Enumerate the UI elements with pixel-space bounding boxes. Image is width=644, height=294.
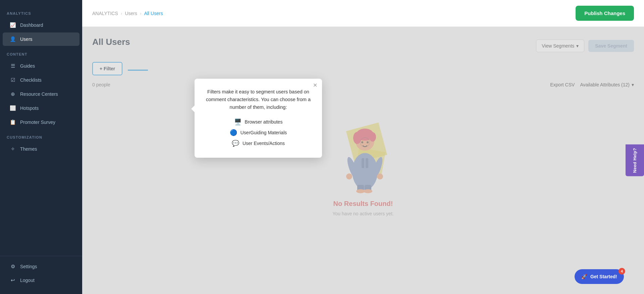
sidebar-item-label: Hotspots: [20, 105, 39, 111]
get-started-badge: 4: [619, 268, 625, 275]
sidebar-item-label: Resource Centers: [20, 91, 58, 97]
hotspots-icon: ⬜: [9, 105, 16, 111]
sidebar-item-logout[interactable]: ↩ Logout: [3, 274, 79, 287]
sidebar-item-resource-centers[interactable]: ⊕ Resource Centers: [3, 87, 79, 101]
promoter-survey-icon: 📋: [9, 119, 16, 125]
userguiding-icon: 🔵: [230, 129, 237, 136]
resource-centers-icon: ⊕: [9, 91, 16, 97]
sidebar-item-settings[interactable]: ⚙ Settings: [3, 260, 79, 273]
tooltip-item-browser: 🖥️ Browser attributes: [234, 118, 283, 126]
filter-tooltip-popup: ✕ Filters make it easy to segment users …: [195, 79, 322, 158]
get-started-label: Get Started!: [590, 274, 617, 279]
need-help-button[interactable]: Need Help?: [626, 145, 644, 176]
sidebar-item-label: Logout: [20, 278, 35, 283]
sidebar-analytics-label: ANALYTICS: [0, 7, 82, 18]
tooltip-item-events: 💬 User Events/Actions: [232, 140, 285, 147]
sidebar-item-checklists[interactable]: ☑ Checklists: [3, 73, 79, 87]
header: ANALYTICS › Users › All Users Publish Ch…: [82, 0, 644, 27]
tooltip-item-userguiding: 🔵 UserGuiding Materials: [230, 129, 287, 136]
dashboard-icon: 📈: [9, 22, 16, 28]
checklists-icon: ☑: [9, 77, 16, 83]
sidebar-customization-label: CUSTOMIZATION: [0, 129, 82, 142]
sidebar-item-guides[interactable]: ☰ Guides: [3, 59, 79, 73]
rocket-icon: 🚀: [581, 274, 587, 279]
logout-icon: ↩: [9, 277, 16, 283]
need-help-label: Need Help?: [632, 148, 637, 173]
sidebar-item-dashboard[interactable]: 📈 Dashboard: [3, 18, 79, 32]
sidebar-item-label: Users: [20, 36, 33, 42]
sidebar-item-label: Settings: [20, 264, 37, 269]
breadcrumb-users[interactable]: Users: [125, 11, 137, 16]
breadcrumb-all-users[interactable]: All Users: [144, 11, 163, 16]
get-started-button[interactable]: 🚀 Get Started! 4: [575, 269, 624, 284]
sidebar-item-promoter-survey[interactable]: 📋 Promoter Survey: [3, 116, 79, 129]
tooltip-text: Filters make it easy to segment users ba…: [205, 88, 312, 112]
sidebar-item-label: Themes: [20, 146, 37, 152]
breadcrumb: ANALYTICS › Users › All Users: [92, 11, 163, 16]
tooltip-item-label: Browser attributes: [245, 119, 283, 125]
breadcrumb-sep1: ›: [121, 11, 122, 16]
tooltip-list: 🖥️ Browser attributes 🔵 UserGuiding Mate…: [205, 118, 312, 147]
tooltip-item-label: UserGuiding Materials: [240, 130, 287, 135]
sidebar-item-hotspots[interactable]: ⬜ Hotspots: [3, 101, 79, 115]
modal-overlay: [82, 27, 644, 294]
sidebar-item-label: Dashboard: [20, 22, 43, 28]
themes-icon: ✧: [9, 146, 16, 152]
sidebar-item-label: Guides: [20, 63, 35, 69]
breadcrumb-analytics[interactable]: ANALYTICS: [92, 11, 118, 16]
sidebar-item-label: Checklists: [20, 77, 42, 83]
publish-changes-button[interactable]: Publish Changes: [576, 6, 634, 21]
users-icon: 👤: [9, 36, 16, 42]
sidebar-content-label: CONTENT: [0, 46, 82, 59]
tooltip-close-button[interactable]: ✕: [313, 83, 317, 88]
breadcrumb-sep2: ›: [140, 11, 142, 16]
sidebar-item-themes[interactable]: ✧ Themes: [3, 142, 79, 156]
browser-icon: 🖥️: [234, 118, 241, 126]
tooltip-item-label: User Events/Actions: [243, 141, 285, 146]
settings-icon: ⚙: [9, 264, 16, 270]
main-content: ANALYTICS › Users › All Users Publish Ch…: [82, 0, 644, 294]
main-inner: All Users View Segments ▾ Save Segment +…: [82, 27, 644, 294]
sidebar: ANALYTICS 📈 Dashboard 👤 Users CONTENT ☰ …: [0, 0, 82, 294]
guides-icon: ☰: [9, 63, 16, 69]
events-icon: 💬: [232, 140, 239, 147]
need-help-container: Need Help?: [626, 145, 644, 176]
sidebar-item-users[interactable]: 👤 Users: [3, 32, 79, 46]
sidebar-item-label: Promoter Survey: [20, 120, 55, 125]
